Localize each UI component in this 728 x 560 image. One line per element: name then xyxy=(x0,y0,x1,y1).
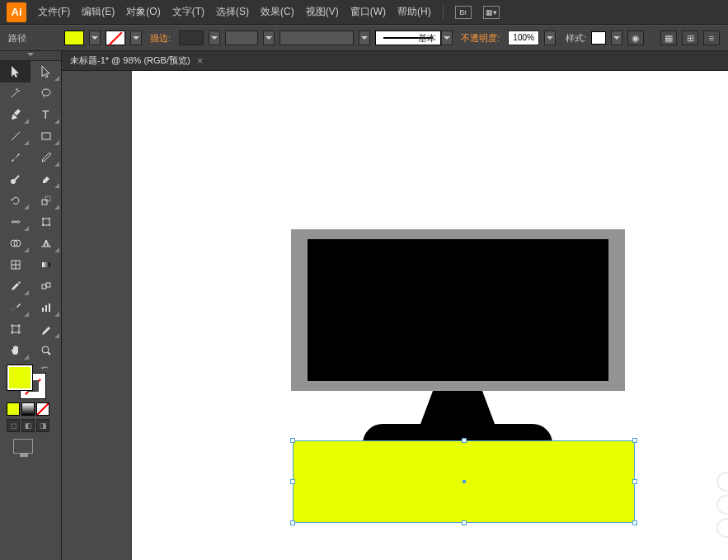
watermark-icon xyxy=(716,518,728,538)
fill-color-box[interactable] xyxy=(7,365,33,391)
blend-tool[interactable] xyxy=(31,275,61,297)
menu-type[interactable]: 文字(T) xyxy=(172,5,204,19)
svg-rect-21 xyxy=(12,326,19,332)
rotate-tool[interactable] xyxy=(0,190,31,211)
transform-icon[interactable]: ⊞ xyxy=(682,31,698,45)
stroke-weight-field[interactable] xyxy=(179,31,204,45)
paintbrush-tool[interactable] xyxy=(0,147,31,168)
style-dropdown[interactable] xyxy=(611,31,622,45)
document-area: 未标题-1* @ 98% (RGB/预览) × xyxy=(62,51,728,560)
document-tab[interactable]: 未标题-1* @ 98% (RGB/预览) × xyxy=(62,51,728,71)
brush-definition[interactable] xyxy=(279,31,354,45)
selection-tool[interactable] xyxy=(0,61,31,82)
stroke-label: 描边: xyxy=(150,32,171,45)
mesh-tool[interactable] xyxy=(0,254,31,275)
eyedropper-tool[interactable] xyxy=(0,275,31,297)
artwork-monitor-screen[interactable] xyxy=(308,239,608,381)
stroke-swatch[interactable] xyxy=(106,31,125,45)
stroke-profile-label: 基本 xyxy=(418,32,436,45)
svg-rect-20 xyxy=(49,304,50,312)
shape-builder-tool[interactable] xyxy=(0,233,31,254)
width-tool[interactable] xyxy=(0,211,31,233)
svg-rect-6 xyxy=(45,196,50,201)
close-tab-icon[interactable]: × xyxy=(197,54,204,67)
draw-behind-icon[interactable]: ◧ xyxy=(21,419,35,432)
free-transform-tool[interactable] xyxy=(31,211,61,233)
none-mode-icon[interactable] xyxy=(36,402,49,416)
pen-tool[interactable] xyxy=(0,104,31,125)
gradient-mode-icon[interactable] xyxy=(21,402,35,416)
options-bar: 路径 描边: 基本 不透明度: 100% 样式: ◉ ▦ ⊞ ≡ xyxy=(0,25,728,51)
menu-help[interactable]: 帮助(H) xyxy=(397,5,431,19)
slice-tool[interactable] xyxy=(31,318,61,340)
stroke-style-dropdown[interactable] xyxy=(441,31,453,45)
hand-tool[interactable] xyxy=(0,340,31,361)
line-tool[interactable] xyxy=(0,125,31,147)
opacity-field[interactable]: 100% xyxy=(508,31,539,45)
menu-object[interactable]: 对象(O) xyxy=(126,5,160,19)
scale-tool[interactable] xyxy=(31,190,61,211)
selection-handle-br[interactable] xyxy=(632,520,637,525)
selection-handle-ml[interactable] xyxy=(290,479,295,484)
type-tool[interactable]: T xyxy=(31,104,61,125)
variable-width-dropdown[interactable] xyxy=(263,31,275,45)
stroke-dropdown[interactable] xyxy=(130,31,142,45)
menu-effect[interactable]: 效果(C) xyxy=(261,5,294,19)
stroke-weight-dropdown[interactable] xyxy=(209,31,220,45)
color-mode-icon[interactable] xyxy=(7,402,20,416)
recolor-artwork-icon[interactable]: ◉ xyxy=(627,31,644,45)
watermark-icon xyxy=(716,495,728,515)
selection-handle-tm[interactable] xyxy=(462,438,467,443)
bridge-icon[interactable]: Br xyxy=(455,6,472,19)
svg-rect-16 xyxy=(42,285,46,289)
selection-handle-bm[interactable] xyxy=(462,520,467,525)
artwork-monitor-neck[interactable] xyxy=(433,391,482,424)
pencil-tool[interactable] xyxy=(31,147,61,168)
artboard-tool[interactable] xyxy=(0,318,31,340)
svg-line-23 xyxy=(48,352,50,355)
fill-stroke-controls: ⤺ ◻ ◧ ◨ xyxy=(0,361,61,464)
align-icon[interactable]: ▦ xyxy=(660,31,677,45)
fill-swatch[interactable] xyxy=(64,31,84,45)
zoom-tool[interactable] xyxy=(31,340,61,361)
selection-handle-tr[interactable] xyxy=(632,438,637,443)
menu-view[interactable]: 视图(V) xyxy=(306,5,339,19)
svg-rect-18 xyxy=(42,308,44,312)
perspective-grid-tool[interactable] xyxy=(31,233,61,254)
opacity-dropdown[interactable] xyxy=(544,31,556,45)
selection-type-label: 路径 xyxy=(8,32,26,45)
artboard-canvas[interactable] xyxy=(132,71,728,560)
variable-width-profile[interactable] xyxy=(225,31,258,45)
svg-point-11 xyxy=(49,224,50,226)
opacity-label: 不透明度: xyxy=(461,32,500,45)
eraser-tool[interactable] xyxy=(31,168,61,190)
blob-brush-tool[interactable] xyxy=(0,168,31,190)
magic-wand-tool[interactable] xyxy=(0,82,31,104)
screen-mode-icon[interactable] xyxy=(13,439,33,454)
svg-rect-19 xyxy=(45,305,47,312)
selected-rectangle[interactable] xyxy=(293,440,635,523)
selection-handle-tl[interactable] xyxy=(290,438,295,443)
graphic-style-swatch[interactable] xyxy=(591,31,606,45)
swap-fill-stroke-icon[interactable]: ⤺ xyxy=(41,363,48,372)
rectangle-tool[interactable] xyxy=(31,125,61,147)
direct-selection-tool[interactable] xyxy=(31,61,61,82)
selection-handle-mr[interactable] xyxy=(632,479,637,484)
selection-handle-bl[interactable] xyxy=(290,520,295,525)
fill-dropdown[interactable] xyxy=(89,31,101,45)
menu-file[interactable]: 文件(F) xyxy=(38,5,70,19)
symbol-sprayer-tool[interactable] xyxy=(0,297,31,318)
brush-dropdown[interactable] xyxy=(359,31,370,45)
gradient-tool[interactable] xyxy=(31,254,61,275)
isolate-icon[interactable]: ≡ xyxy=(703,31,720,45)
draw-normal-icon[interactable]: ◻ xyxy=(7,419,20,432)
menu-window[interactable]: 窗口(W) xyxy=(350,5,386,19)
draw-inside-icon[interactable]: ◨ xyxy=(36,419,49,432)
document-tab-title: 未标题-1* @ 98% (RGB/预览) xyxy=(70,54,190,67)
tools-panel-collapse[interactable] xyxy=(0,51,61,61)
menu-select[interactable]: 选择(S) xyxy=(216,5,249,19)
menu-edit[interactable]: 编辑(E) xyxy=(82,5,115,19)
lasso-tool[interactable] xyxy=(31,82,61,104)
arrange-documents-icon[interactable]: ▦▾ xyxy=(483,6,500,19)
column-graph-tool[interactable] xyxy=(31,297,61,318)
